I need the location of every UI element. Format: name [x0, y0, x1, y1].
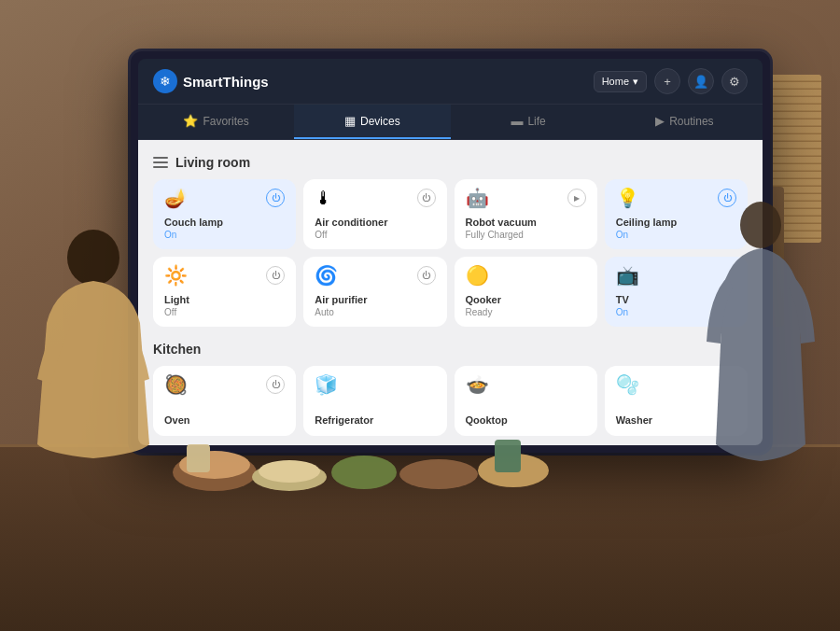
table-food: [140, 398, 607, 510]
person-right: [705, 183, 817, 482]
dropdown-arrow: ▾: [633, 76, 638, 88]
air-conditioner-icon: 🌡: [315, 189, 333, 207]
svg-point-10: [740, 202, 781, 248]
svg-rect-8: [187, 444, 210, 472]
refrigerator-icon: 🧊: [315, 375, 338, 394]
washer-icon: 🫧: [616, 375, 639, 394]
tv-frame: ❄ SmartThings Home ▾ + 👤 ⚙ ⭐ Favorites: [131, 51, 770, 453]
life-icon: ▬: [511, 114, 523, 128]
favorites-icon: ⭐: [183, 114, 198, 128]
ceiling-lamp-icon: 💡: [616, 189, 639, 207]
couch-lamp-status: On: [164, 230, 285, 240]
app-header: ❄ SmartThings Home ▾ + 👤 ⚙: [138, 59, 763, 105]
svg-point-0: [67, 230, 119, 286]
living-room-title: Living room: [175, 155, 250, 170]
home-selector[interactable]: Home ▾: [594, 71, 647, 92]
add-button[interactable]: +: [654, 68, 680, 94]
air-purifier-icon: 🌀: [315, 266, 338, 285]
routines-icon: ▶: [655, 114, 665, 128]
living-room-devices-grid: 🪔 ⏻ Couch lamp On 🌡 ⏻ Air condit: [153, 179, 748, 327]
hamburger-menu[interactable]: [153, 157, 168, 168]
svg-point-5: [331, 456, 397, 489]
air-conditioner-power[interactable]: ⏻: [417, 189, 436, 207]
light-status: Off: [164, 307, 285, 317]
air-purifier-status: Auto: [315, 307, 435, 317]
logo-icon: ❄: [153, 69, 177, 93]
light-name: Light: [164, 294, 285, 306]
qooker-status: Ready: [466, 307, 586, 317]
device-card-robot-vacuum[interactable]: 🤖 ▶ Robot vacuum Fully Charged: [455, 179, 597, 249]
device-card-air-conditioner[interactable]: 🌡 ⏻ Air conditioner Off: [303, 179, 446, 249]
couch-lamp-icon: 🪔: [164, 189, 188, 207]
air-conditioner-name: Air conditioner: [315, 217, 435, 229]
app-logo: ❄ SmartThings: [153, 69, 269, 93]
tab-life[interactable]: ▬ Life: [451, 105, 607, 139]
oven-power[interactable]: ⏻: [266, 375, 285, 394]
light-power[interactable]: ⏻: [266, 266, 285, 285]
tab-devices[interactable]: ▦ Devices: [294, 105, 450, 139]
svg-point-4: [259, 460, 320, 483]
profile-button[interactable]: 👤: [688, 68, 714, 94]
robot-vacuum-status: Fully Charged: [466, 230, 586, 240]
kitchen-section-header: Kitchen: [153, 342, 748, 357]
device-card-light[interactable]: 🔆 ⏻ Light Off: [153, 257, 296, 327]
svg-point-6: [399, 459, 478, 489]
air-purifier-power[interactable]: ⏻: [417, 266, 436, 285]
air-conditioner-status: Off: [315, 230, 435, 240]
tab-routines[interactable]: ▶ Routines: [607, 105, 763, 139]
tv-icon: 📺: [616, 266, 639, 285]
settings-button[interactable]: ⚙: [721, 68, 748, 94]
robot-vacuum-icon: 🤖: [466, 189, 489, 207]
tv-screen: ❄ SmartThings Home ▾ + 👤 ⚙ ⭐ Favorites: [138, 59, 763, 445]
nav-tabs: ⭐ Favorites ▦ Devices ▬ Life ▶ Routines: [138, 105, 763, 140]
living-room-section-header: Living room: [153, 155, 748, 170]
qooker-icon: 🟡: [466, 266, 489, 285]
robot-vacuum-play[interactable]: ▶: [567, 189, 586, 207]
device-card-couch-lamp[interactable]: 🪔 ⏻ Couch lamp On: [153, 179, 296, 249]
robot-vacuum-name: Robot vacuum: [466, 217, 586, 229]
air-purifier-name: Air purifier: [315, 294, 435, 306]
svg-rect-9: [495, 440, 521, 472]
tab-favorites[interactable]: ⭐ Favorites: [138, 105, 294, 139]
app-title: SmartThings: [183, 74, 269, 90]
devices-icon: ▦: [344, 114, 356, 128]
qooker-name: Qooker: [466, 294, 586, 306]
qooktop-icon: 🍲: [466, 375, 489, 394]
header-right: Home ▾ + 👤 ⚙: [594, 68, 748, 94]
device-card-qooker[interactable]: 🟡 Qooker Ready: [455, 257, 597, 327]
device-card-air-purifier[interactable]: 🌀 ⏻ Air purifier Auto: [303, 257, 446, 327]
couch-lamp-name: Couch lamp: [164, 217, 285, 229]
couch-lamp-power[interactable]: ⏻: [266, 189, 285, 207]
